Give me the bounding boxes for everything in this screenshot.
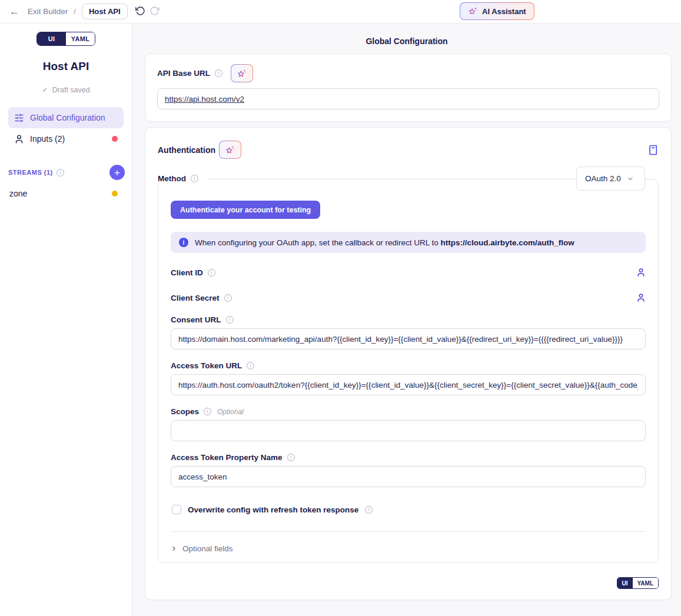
client-id-row: Client ID i	[171, 267, 646, 278]
plus-icon: +	[114, 168, 120, 178]
toggle-yaml[interactable]: YAML	[633, 578, 658, 588]
redo-button[interactable]	[149, 6, 161, 18]
scopes-input[interactable]	[171, 420, 646, 441]
ai-suggest-button[interactable]	[231, 64, 253, 82]
ai-sparkle-icon	[225, 145, 235, 155]
page-title: Global Configuration	[132, 24, 681, 46]
method-select[interactable]: OAuth 2.0	[576, 167, 645, 191]
authentication-title: Authentication	[158, 145, 215, 155]
info-icon[interactable]: i	[226, 316, 234, 324]
info-icon[interactable]: i	[191, 175, 198, 182]
oauth-info-banner: i When configuring your OAuth app, set t…	[171, 232, 646, 253]
optional-fields-label: Optional fields	[182, 544, 233, 553]
main-content: Global Configuration API Base URL i Auth…	[132, 24, 681, 616]
exit-builder-link[interactable]: Exit Builder	[28, 7, 68, 16]
toggle-ui[interactable]: UI	[37, 32, 66, 45]
chevron-down-icon	[627, 175, 634, 182]
banner-text-plain: When configuring your OAuth app, set the…	[195, 238, 440, 247]
access-token-property-name-field: Access Token Property Name i	[171, 453, 646, 487]
info-icon: i	[179, 238, 188, 247]
overwrite-config-checkbox[interactable]	[172, 505, 181, 514]
banner-text: When configuring your OAuth app, set the…	[195, 238, 574, 247]
sidebar-item-label: Global Configuration	[30, 113, 105, 122]
optional-fields-expander[interactable]: Optional fields	[171, 544, 646, 553]
docs-button[interactable]	[648, 145, 659, 155]
sidebar-item-stream-zone[interactable]: zone	[8, 184, 124, 204]
api-base-url-card: API Base URL i	[145, 54, 672, 122]
info-icon[interactable]: i	[287, 454, 295, 461]
api-base-url-input[interactable]	[157, 88, 659, 109]
consent-url-input[interactable]	[171, 328, 646, 349]
stream-label: zone	[9, 189, 27, 198]
scopes-field: Scopes i Optional	[171, 407, 646, 441]
optional-tag: Optional	[217, 408, 244, 416]
overwrite-config-row: Overwrite config with refresh token resp…	[172, 505, 646, 514]
user-icon	[636, 268, 646, 277]
oauth-fields-group: Authenticate your account for testing i …	[158, 179, 659, 563]
connector-name-chip[interactable]: Host API	[82, 4, 128, 19]
info-icon[interactable]: i	[208, 269, 215, 277]
access-token-url-field: Access Token URL i	[171, 361, 646, 395]
status-dot-yellow	[112, 191, 118, 197]
access-token-url-input[interactable]	[171, 374, 646, 395]
ai-assistant-button[interactable]: AI Assistant	[460, 2, 534, 20]
access-token-url-label: Access Token URL	[171, 361, 242, 370]
authenticate-button[interactable]: Authenticate your account for testing	[171, 201, 320, 219]
ai-sparkle-icon	[468, 6, 478, 16]
divider	[171, 531, 646, 532]
undo-icon	[135, 6, 145, 16]
back-arrow-icon[interactable]: ←	[9, 6, 19, 18]
add-stream-button[interactable]: +	[109, 165, 125, 180]
info-icon[interactable]: i	[57, 169, 64, 177]
info-icon[interactable]: i	[204, 408, 211, 415]
access-token-property-name-input[interactable]	[171, 466, 646, 487]
user-input-link-button[interactable]	[636, 268, 646, 277]
client-secret-label: Client Secret	[171, 294, 220, 302]
banner-callback-url: https://cloud.airbyte.com/auth_flow	[440, 238, 574, 247]
sliders-icon	[14, 113, 24, 123]
status-dot-red	[112, 136, 118, 142]
ui-yaml-toggle[interactable]: UI YAML	[36, 32, 95, 46]
streams-header-label: STREAMS (1)	[8, 169, 53, 176]
ai-assistant-label: AI Assistant	[482, 7, 526, 16]
chevron-right-icon	[171, 545, 177, 552]
info-icon[interactable]: i	[247, 362, 254, 369]
check-icon: ✓	[42, 85, 48, 94]
scopes-label: Scopes	[171, 407, 199, 416]
api-base-url-label: API Base URL	[157, 69, 210, 78]
method-label: Method	[158, 174, 186, 183]
consent-url-field: Consent URL i	[171, 315, 646, 349]
sidebar: UI YAML Host API ✓ Draft saved Global Co…	[0, 24, 132, 616]
info-icon[interactable]: i	[224, 294, 232, 302]
client-id-label: Client ID	[171, 268, 203, 277]
sidebar-item-label: Inputs (2)	[30, 134, 65, 144]
toggle-ui[interactable]: UI	[617, 578, 633, 588]
top-bar: ← Exit Builder / Host API AI Assistant	[0, 0, 681, 24]
info-icon[interactable]: i	[365, 506, 373, 514]
section-ui-yaml-toggle[interactable]: UI YAML	[617, 577, 659, 589]
sidebar-item-inputs[interactable]: Inputs (2)	[8, 128, 124, 149]
ai-suggest-button[interactable]	[219, 141, 241, 159]
access-token-property-name-label: Access Token Property Name	[171, 453, 283, 462]
draft-status: ✓ Draft saved	[0, 85, 132, 94]
method-selected-value: OAuth 2.0	[585, 174, 621, 183]
ai-sparkle-icon	[237, 68, 247, 79]
redo-icon	[150, 6, 160, 16]
user-input-link-button[interactable]	[636, 293, 646, 302]
user-icon	[636, 293, 646, 302]
draft-status-label: Draft saved	[52, 86, 90, 94]
undo-button[interactable]	[135, 6, 147, 18]
connector-title: Host API	[0, 60, 132, 73]
sidebar-item-global-configuration[interactable]: Global Configuration	[8, 107, 124, 128]
breadcrumb-separator: /	[74, 7, 76, 16]
book-icon	[648, 145, 659, 155]
authentication-card: Authentication	[145, 127, 672, 600]
toggle-yaml[interactable]: YAML	[66, 32, 95, 45]
info-icon[interactable]: i	[215, 69, 222, 77]
overwrite-config-label: Overwrite config with refresh token resp…	[188, 505, 358, 514]
streams-header: STREAMS (1) i +	[8, 165, 125, 180]
client-secret-row: Client Secret i	[171, 292, 646, 304]
consent-url-label: Consent URL	[171, 315, 221, 324]
user-icon	[14, 134, 24, 144]
